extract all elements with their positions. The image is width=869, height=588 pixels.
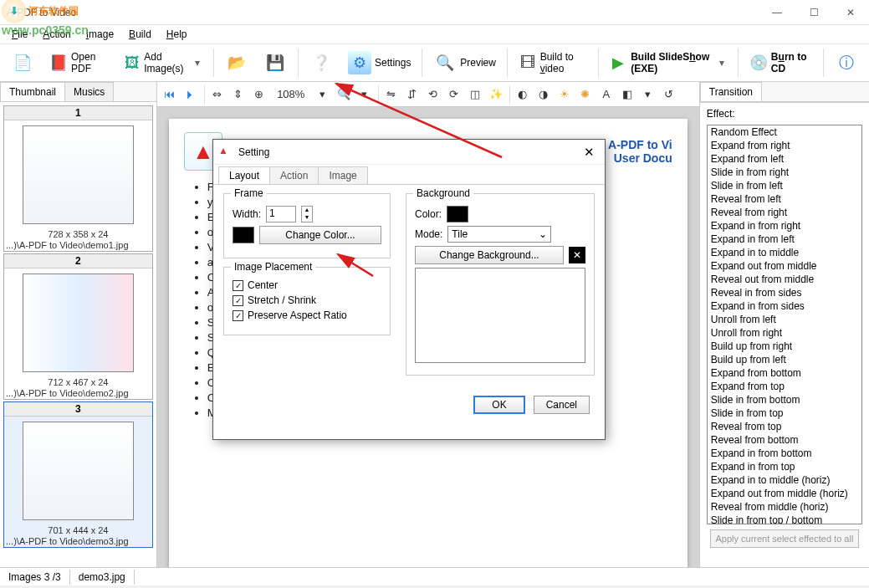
tab-thumbnail[interactable]: Thumbnail bbox=[0, 82, 65, 101]
rotate-left-icon[interactable]: ⟲ bbox=[424, 85, 442, 104]
contrast-up-icon[interactable]: ◐ bbox=[514, 85, 532, 104]
effect-item[interactable]: Slide in from right bbox=[708, 166, 861, 179]
effect-item[interactable]: Slide in from left bbox=[708, 179, 861, 192]
effect-item[interactable]: Reveal from right bbox=[708, 206, 861, 219]
effect-item[interactable]: Reveal out from middle bbox=[708, 273, 861, 286]
tab-transition[interactable]: Transition bbox=[700, 82, 762, 101]
reset-icon[interactable]: ↺ bbox=[660, 85, 678, 104]
zoom-value[interactable]: 108% bbox=[271, 85, 311, 104]
effect-item[interactable]: Reveal from top bbox=[708, 420, 861, 433]
effect-item[interactable]: Expand in to middle bbox=[708, 246, 861, 259]
effect-item[interactable]: Expand out from middle (horiz) bbox=[708, 487, 861, 500]
preview-button[interactable]: 🔍Preview bbox=[427, 47, 502, 79]
menu-help[interactable]: Help bbox=[160, 27, 194, 42]
effect-item[interactable]: Reveal from left bbox=[708, 192, 861, 206]
effect-item[interactable]: Build up from left bbox=[708, 353, 861, 366]
effect-item[interactable]: Slide in from top bbox=[708, 406, 861, 420]
first-icon[interactable]: ⏮ bbox=[161, 85, 179, 104]
thumbnail-item-selected[interactable]: 3 701 x 444 x 24 ...)\A-PDF to Video\dem… bbox=[3, 401, 153, 548]
cancel-button[interactable]: Cancel bbox=[534, 396, 590, 414]
contrast-down-icon[interactable]: ◑ bbox=[534, 85, 553, 104]
effect-item[interactable]: Expand from right bbox=[708, 139, 861, 152]
tab-musics[interactable]: Musics bbox=[64, 82, 114, 101]
open-new-button[interactable]: 📄 bbox=[5, 47, 40, 79]
effects-icon[interactable]: ✨ bbox=[487, 85, 505, 104]
apply-effect-button[interactable]: Apply current select effected to all bbox=[710, 529, 859, 548]
add-images-button[interactable]: 🖼Add Image(s)▾ bbox=[117, 47, 208, 79]
effect-list[interactable]: Random EffectExpand from rightExpand fro… bbox=[707, 125, 862, 524]
build-video-button[interactable]: 🎞Build to video bbox=[513, 47, 593, 79]
thumbnail-item[interactable]: 2 712 x 467 x 24 ...)\A-PDF to Video\dem… bbox=[3, 253, 153, 400]
thumbnail-item[interactable]: 1 728 x 358 x 24 ...)\A-PDF to Video\dem… bbox=[3, 105, 153, 252]
thumbnail-list[interactable]: 1 728 x 358 x 24 ...)\A-PDF to Video\dem… bbox=[0, 102, 156, 567]
chevron-down-icon[interactable]: ▾ bbox=[717, 57, 727, 69]
chevron-down-icon[interactable]: ▾ bbox=[639, 85, 657, 104]
close-button[interactable]: ✕ bbox=[832, 1, 869, 24]
zoom-in-icon[interactable]: ⊕ bbox=[250, 85, 268, 104]
menu-image[interactable]: Image bbox=[79, 27, 120, 42]
fit-width-icon[interactable]: ⇔ bbox=[208, 85, 227, 104]
menu-action[interactable]: Action bbox=[36, 27, 77, 42]
flip-v-icon[interactable]: ⇵ bbox=[403, 85, 422, 104]
text-icon[interactable]: A bbox=[597, 85, 616, 104]
bg-color-swatch[interactable] bbox=[447, 206, 468, 222]
clear-background-button[interactable]: ✕ bbox=[569, 247, 585, 263]
play-icon[interactable]: ⏵ bbox=[181, 85, 200, 104]
flip-h-icon[interactable]: ⇋ bbox=[382, 85, 401, 104]
width-spinner[interactable]: ▲▼ bbox=[301, 206, 313, 222]
center-checkbox[interactable]: ✓Center bbox=[233, 279, 381, 291]
build-slideshow-button[interactable]: ▶Build SlideShow (EXE)▾ bbox=[604, 47, 733, 79]
preserve-ratio-checkbox[interactable]: ✓Preserve Aspect Ratio bbox=[233, 309, 381, 321]
info-button[interactable]: ⓘ bbox=[829, 47, 864, 79]
burn-cd-button[interactable]: 💿Burn to CD bbox=[744, 47, 818, 79]
effect-item[interactable]: Expand in from sides bbox=[708, 299, 861, 313]
menu-file[interactable]: File bbox=[5, 27, 34, 42]
help-button[interactable]: ❔ bbox=[304, 47, 339, 79]
effect-item[interactable]: Expand in from left bbox=[708, 233, 861, 246]
effect-item[interactable]: Expand out from middle bbox=[708, 259, 861, 273]
frame-color-swatch[interactable] bbox=[233, 227, 254, 243]
effect-item[interactable]: Slide in from bottom bbox=[708, 393, 861, 406]
dialog-tab-action[interactable]: Action bbox=[269, 166, 319, 184]
effect-item[interactable]: Unroll from right bbox=[708, 326, 861, 340]
effect-item[interactable]: Expand from top bbox=[708, 380, 861, 393]
zoom-out-icon[interactable]: 🔍 bbox=[335, 85, 353, 104]
effect-item[interactable]: Expand in from right bbox=[708, 219, 861, 233]
ok-button[interactable]: OK bbox=[473, 396, 524, 414]
effect-item[interactable]: Expand in to middle (horiz) bbox=[708, 473, 861, 487]
brightness-up-icon[interactable]: ☀ bbox=[555, 85, 574, 104]
settings-button[interactable]: ⚙Settings bbox=[342, 47, 417, 79]
crop-icon[interactable]: ◫ bbox=[466, 85, 484, 104]
dialog-tab-layout[interactable]: Layout bbox=[218, 166, 270, 184]
width-input[interactable]: 1 bbox=[266, 206, 296, 222]
chevron-down-icon[interactable]: ▾ bbox=[192, 57, 202, 69]
save-button[interactable]: 💾 bbox=[258, 47, 293, 79]
effect-item[interactable]: Random Effect bbox=[708, 125, 861, 139]
grayscale-icon[interactable]: ◧ bbox=[618, 85, 636, 104]
effect-item[interactable]: Expand in from bottom bbox=[708, 447, 861, 460]
effect-item[interactable]: Expand from bottom bbox=[708, 366, 861, 380]
effect-item[interactable]: Expand in from top bbox=[708, 460, 861, 473]
chevron-down-icon[interactable]: ▾ bbox=[314, 85, 332, 104]
open-pdf-button[interactable]: 📕Open PDF bbox=[43, 47, 114, 79]
effect-item[interactable]: Build up from right bbox=[708, 340, 861, 353]
effect-item[interactable]: Reveal from bottom bbox=[708, 433, 861, 447]
change-color-button[interactable]: Change Color... bbox=[259, 226, 381, 244]
brightness-down-icon[interactable]: ✺ bbox=[576, 85, 595, 104]
effect-item[interactable]: Unroll from left bbox=[708, 313, 861, 326]
minimize-button[interactable]: — bbox=[759, 1, 795, 24]
effect-item[interactable]: Reveal from middle (horiz) bbox=[708, 500, 861, 514]
effect-item[interactable]: Expand from left bbox=[708, 152, 861, 166]
dialog-close-button[interactable]: ✕ bbox=[579, 143, 600, 161]
bg-mode-select[interactable]: Tile⌄ bbox=[447, 226, 551, 243]
chevron-down-icon[interactable]: ▾ bbox=[355, 85, 374, 104]
fit-height-icon[interactable]: ⇕ bbox=[229, 85, 248, 104]
open-folder-button[interactable]: 📂 bbox=[219, 47, 254, 79]
menu-build[interactable]: Build bbox=[122, 27, 158, 42]
stretch-checkbox[interactable]: ✓Stretch / Shrink bbox=[233, 294, 381, 306]
effect-item[interactable]: Reveal in from sides bbox=[708, 286, 861, 299]
maximize-button[interactable]: ☐ bbox=[795, 1, 832, 24]
dialog-tab-image[interactable]: Image bbox=[318, 166, 367, 184]
rotate-right-icon[interactable]: ⟳ bbox=[445, 85, 463, 104]
effect-item[interactable]: Slide in from top / bottom bbox=[708, 514, 861, 524]
